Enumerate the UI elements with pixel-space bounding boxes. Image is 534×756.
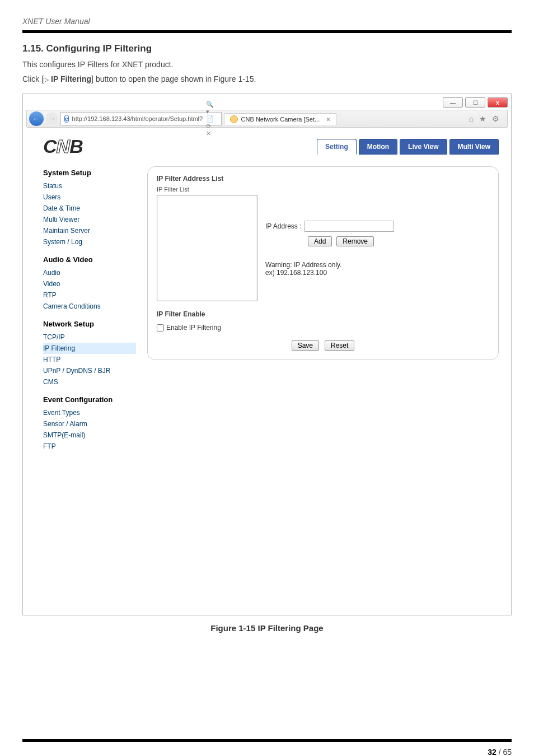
ip-filter-listbox[interactable] bbox=[157, 195, 257, 301]
sidebar-item[interactable]: Status bbox=[43, 180, 136, 192]
tab-multiview[interactable]: Multi View bbox=[449, 139, 499, 155]
add-button[interactable]: Add bbox=[308, 236, 332, 246]
url-text: http://192.168.123.43/html/operator/Setu… bbox=[72, 115, 203, 122]
doc-header: XNET User Manual bbox=[22, 17, 512, 30]
section-title: 1.15. Configuring IP Filtering bbox=[22, 43, 512, 54]
fieldset: IP Filter Address List IP Filter List IP… bbox=[147, 166, 499, 360]
minimize-button[interactable]: — bbox=[443, 97, 463, 108]
sidebar: System SetupStatusUsersDate & TimeMulti … bbox=[35, 166, 136, 452]
sidebar-item[interactable]: IP Filtering bbox=[43, 343, 136, 354]
sidebar-item[interactable]: Camera Conditions bbox=[43, 301, 136, 312]
active-tab[interactable]: CNB Network Camera [Set... × bbox=[224, 113, 336, 125]
cnb-logo: CNB bbox=[35, 136, 83, 157]
sidebar-item[interactable]: Audio bbox=[43, 267, 136, 278]
click-instruction: Click [▷ IP Filtering] button to open th… bbox=[22, 74, 512, 83]
sidebar-item[interactable]: Video bbox=[43, 278, 136, 290]
maximize-button[interactable]: ☐ bbox=[465, 97, 485, 108]
favorites-icon[interactable]: ★ bbox=[479, 114, 486, 123]
sidebar-group-title: Event Configuration bbox=[43, 395, 136, 404]
triangle-icon: ▷ bbox=[44, 76, 49, 83]
sidebar-item[interactable]: UPnP / DynDNS / BJR bbox=[43, 365, 136, 376]
addr-list-label: IP Filter Address List bbox=[157, 175, 489, 183]
address-row: ← → e http://192.168.123.43/html/operato… bbox=[26, 110, 508, 128]
back-button[interactable]: ← bbox=[29, 111, 44, 126]
sidebar-item[interactable]: Sensor / Alarm bbox=[43, 418, 136, 430]
page-footer: 32 / 65 bbox=[0, 742, 534, 756]
sidebar-group-title: Network Setup bbox=[43, 320, 136, 328]
remove-button[interactable]: Remove bbox=[336, 236, 374, 246]
browser-window: — ☐ x ← → e http://192.168.123.43/html/o… bbox=[22, 94, 512, 615]
sidebar-item[interactable]: HTTP bbox=[43, 354, 136, 365]
sidebar-group-title: System Setup bbox=[43, 169, 136, 177]
enable-checkbox-label: Enable IP Filtering bbox=[166, 324, 221, 332]
sidebar-item[interactable]: Date & Time bbox=[43, 203, 136, 214]
app-tabs: Setting Motion Live View Multi View bbox=[317, 139, 499, 155]
tab-setting[interactable]: Setting bbox=[317, 139, 357, 155]
main-panel: IP Filter Address List IP Filter List IP… bbox=[147, 166, 499, 452]
tab-close-icon[interactable]: × bbox=[326, 116, 330, 123]
figure-caption: Figure 1-15 IP Filtering Page bbox=[22, 623, 512, 633]
sidebar-item[interactable]: TCP/IP bbox=[43, 332, 136, 343]
tab-title: CNB Network Camera [Set... bbox=[241, 116, 320, 123]
enable-label: IP Filter Enable bbox=[157, 310, 489, 318]
home-icon[interactable]: ⌂ bbox=[469, 114, 474, 123]
intro-text: This configures IP Filters for XNET prod… bbox=[22, 60, 512, 69]
filter-list-label: IP Filter List bbox=[157, 186, 489, 193]
sidebar-item[interactable]: CMS bbox=[43, 376, 136, 388]
rule-top bbox=[22, 30, 512, 33]
tab-liveview[interactable]: Live View bbox=[400, 139, 447, 155]
sidebar-item[interactable]: System / Log bbox=[43, 236, 136, 248]
sidebar-item[interactable]: RTP bbox=[43, 290, 136, 301]
tab-favicon-icon bbox=[230, 115, 238, 123]
ip-address-label: IP Address : bbox=[265, 222, 301, 230]
example-text: ex) 192.168.123.100 bbox=[265, 269, 489, 277]
address-bar-icons: 🔍 ▾ 📄 ⟳ ✕ bbox=[206, 101, 217, 137]
sidebar-item[interactable]: SMTP(E-mail) bbox=[43, 430, 136, 441]
forward-button[interactable]: → bbox=[46, 113, 58, 125]
enable-ip-filtering-checkbox[interactable] bbox=[157, 324, 164, 332]
reset-button[interactable]: Reset bbox=[325, 340, 354, 351]
warning-text: Warning: IP Address only. bbox=[265, 261, 489, 269]
close-button[interactable]: x bbox=[488, 97, 508, 108]
sidebar-item[interactable]: Multi Viewer bbox=[43, 214, 136, 225]
address-bar[interactable]: e http://192.168.123.43/html/operator/Se… bbox=[60, 112, 222, 125]
sidebar-group-title: Audio & Video bbox=[43, 255, 136, 264]
settings-icon[interactable]: ⚙ bbox=[492, 114, 499, 123]
tab-motion[interactable]: Motion bbox=[359, 139, 397, 155]
save-button[interactable]: Save bbox=[292, 340, 319, 351]
sidebar-item[interactable]: FTP bbox=[43, 441, 136, 452]
ie-icon: e bbox=[64, 115, 69, 123]
sidebar-item[interactable]: Users bbox=[43, 192, 136, 203]
sidebar-item[interactable]: Maintain Server bbox=[43, 225, 136, 236]
ip-address-input[interactable] bbox=[305, 221, 394, 232]
page-content: CNB Setting Motion Live View Multi View … bbox=[26, 130, 508, 612]
sidebar-item[interactable]: Event Types bbox=[43, 407, 136, 418]
